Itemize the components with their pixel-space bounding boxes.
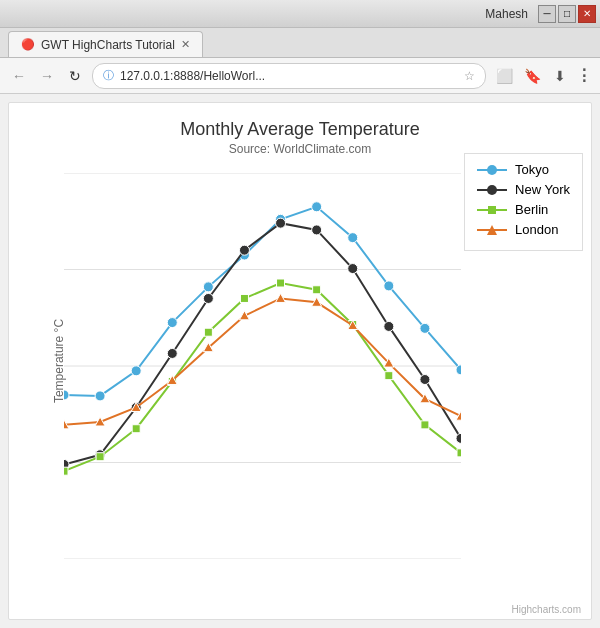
tab-favicon: 🔴 bbox=[21, 38, 35, 51]
legend-line-london bbox=[477, 224, 507, 236]
legend-label-london: London bbox=[515, 222, 558, 237]
minimize-button[interactable]: ─ bbox=[538, 5, 556, 23]
legend-line-newyork bbox=[477, 184, 507, 196]
forward-button[interactable]: → bbox=[36, 65, 58, 87]
svg-rect-65 bbox=[457, 449, 461, 457]
svg-point-40 bbox=[420, 323, 430, 333]
download-icon[interactable]: ⬇ bbox=[548, 64, 572, 88]
svg-point-53 bbox=[456, 433, 461, 443]
close-button[interactable]: ✕ bbox=[578, 5, 596, 23]
tab-label: GWT HighCharts Tutorial bbox=[41, 38, 175, 52]
legend-item-tokyo: Tokyo bbox=[477, 162, 570, 177]
svg-point-37 bbox=[312, 202, 322, 212]
toolbar-icons: ⬜ 🔖 ⬇ ⋮ bbox=[492, 64, 592, 88]
legend-line-berlin bbox=[477, 204, 507, 216]
svg-point-1 bbox=[487, 165, 497, 175]
security-icon: ⓘ bbox=[103, 68, 114, 83]
svg-point-38 bbox=[348, 233, 358, 243]
svg-point-33 bbox=[167, 318, 177, 328]
legend-label-berlin: Berlin bbox=[515, 202, 548, 217]
more-menu-button[interactable]: ⋮ bbox=[576, 66, 592, 85]
chart-title: Monthly Average Temperature bbox=[9, 119, 591, 140]
svg-rect-64 bbox=[421, 421, 429, 429]
legend-label-newyork: New York bbox=[515, 182, 570, 197]
svg-point-47 bbox=[239, 245, 249, 255]
svg-point-3 bbox=[487, 185, 497, 195]
svg-point-39 bbox=[384, 281, 394, 291]
svg-point-32 bbox=[131, 366, 141, 376]
chart-svg: -100102030JanFebMarAprMayJunJulAugSepOct… bbox=[64, 173, 461, 559]
address-bar: ← → ↻ ⓘ 127.0.0.1:8888/HelloWorl... ☆ ⬜ … bbox=[0, 58, 600, 94]
url-box[interactable]: ⓘ 127.0.0.1:8888/HelloWorl... ☆ bbox=[92, 63, 486, 89]
legend-item-newyork: New York bbox=[477, 182, 570, 197]
svg-rect-54 bbox=[64, 467, 68, 475]
svg-point-49 bbox=[312, 225, 322, 235]
url-text: 127.0.0.1:8888/HelloWorl... bbox=[120, 69, 458, 83]
svg-point-31 bbox=[95, 391, 105, 401]
svg-rect-61 bbox=[313, 286, 321, 294]
svg-point-51 bbox=[384, 321, 394, 331]
chart-credit: Highcharts.com bbox=[512, 604, 581, 615]
browser-tab[interactable]: 🔴 GWT HighCharts Tutorial ✕ bbox=[8, 31, 203, 57]
svg-rect-60 bbox=[277, 279, 285, 287]
svg-point-50 bbox=[348, 264, 358, 274]
svg-rect-63 bbox=[385, 372, 393, 380]
reload-button[interactable]: ↻ bbox=[64, 65, 86, 87]
maximize-button[interactable]: □ bbox=[558, 5, 576, 23]
chart-container: Monthly Average Temperature Source: Worl… bbox=[8, 102, 592, 620]
svg-marker-77 bbox=[456, 411, 461, 420]
bookmark-bar-icon[interactable]: 🔖 bbox=[520, 64, 544, 88]
legend-item-berlin: Berlin bbox=[477, 202, 570, 217]
svg-point-52 bbox=[420, 375, 430, 385]
svg-point-46 bbox=[203, 293, 213, 303]
legend-label-tokyo: Tokyo bbox=[515, 162, 549, 177]
svg-rect-5 bbox=[488, 206, 496, 214]
svg-rect-55 bbox=[96, 453, 104, 461]
username-label: Mahesh bbox=[485, 7, 528, 21]
svg-rect-56 bbox=[132, 425, 140, 433]
svg-rect-59 bbox=[240, 294, 248, 302]
svg-marker-71 bbox=[239, 311, 249, 320]
legend-line-tokyo bbox=[477, 164, 507, 176]
title-bar: Mahesh ─ □ ✕ bbox=[0, 0, 600, 28]
extensions-icon[interactable]: ⬜ bbox=[492, 64, 516, 88]
tab-bar: 🔴 GWT HighCharts Tutorial ✕ bbox=[0, 28, 600, 58]
chart-legend: Tokyo New York Berlin London bbox=[464, 153, 583, 251]
svg-point-34 bbox=[203, 282, 213, 292]
y-axis-label: Temperature °C bbox=[52, 319, 66, 403]
bookmark-icon[interactable]: ☆ bbox=[464, 69, 475, 83]
legend-item-london: London bbox=[477, 222, 570, 237]
svg-rect-58 bbox=[204, 328, 212, 336]
svg-point-48 bbox=[276, 218, 286, 228]
back-button[interactable]: ← bbox=[8, 65, 30, 87]
svg-point-45 bbox=[167, 348, 177, 358]
tab-close-button[interactable]: ✕ bbox=[181, 38, 190, 51]
